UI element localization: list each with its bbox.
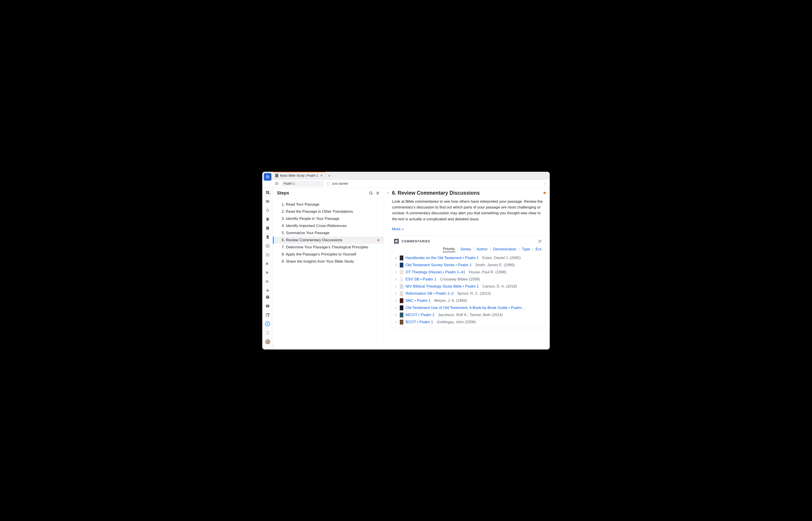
- sync-count-badge[interactable]: 3: [264, 320, 271, 327]
- commentaries-card: COMMENTARIES Priority|Series|Author|Deno…: [390, 235, 546, 328]
- commentary-row: ESV SB • Psalm 1Crossway Bibles (2008): [394, 276, 542, 283]
- dashboard-icon[interactable]: +: [264, 189, 271, 196]
- commentary-title-link[interactable]: NBC • Psalm 1: [405, 298, 431, 303]
- svg-rect-15: [267, 237, 268, 238]
- commentary-row: OT Theology (House) • Psalm 1–41House, P…: [394, 269, 542, 276]
- detail-description: Look at Bible commentaries to see how ot…: [384, 197, 550, 222]
- commentary-title-link[interactable]: Old Testament Survey Series • Psalm 1: [405, 263, 472, 267]
- commentary-title-link[interactable]: OT Theology (House) • Psalm 1–41: [405, 270, 465, 274]
- svg-point-22: [268, 254, 269, 255]
- more-vertical-icon[interactable]: ⋮: [264, 347, 271, 349]
- expand-chevron-icon[interactable]: [394, 278, 397, 281]
- sort-tab[interactable]: Priority: [442, 246, 455, 252]
- new-tab-button[interactable]: ＋: [326, 172, 333, 180]
- sort-tab[interactable]: Era: [535, 247, 542, 252]
- expand-chevron-icon[interactable]: [394, 264, 397, 266]
- step-item[interactable]: 6. Review Commentary Discussions: [273, 236, 384, 244]
- status-indicator[interactable]: Just started: [327, 182, 348, 185]
- book-thumbnail: [400, 263, 403, 268]
- expand-chevron-icon[interactable]: [394, 314, 397, 316]
- popout-icon[interactable]: [537, 239, 542, 244]
- search-icon[interactable]: [264, 207, 271, 213]
- book-thumbnail: [400, 313, 403, 317]
- expand-chevron-icon[interactable]: [394, 271, 397, 274]
- passage-input[interactable]: [281, 181, 324, 186]
- shortcut-b[interactable]: B›: [264, 260, 271, 267]
- step-item[interactable]: 9. Share the Insights from Your Bible St…: [273, 258, 384, 265]
- shortcut-n[interactable]: N›: [264, 269, 271, 276]
- commentary-meta: Goldingay, John (2006): [437, 320, 476, 324]
- checklist-icon[interactable]: [264, 225, 271, 231]
- commentary-meta: Motyer, J. A. (1994): [434, 298, 467, 303]
- panel-more-button[interactable]: ⋮: [541, 180, 548, 187]
- expand-chevron-icon[interactable]: [394, 285, 397, 288]
- disable-icon[interactable]: [264, 243, 271, 249]
- sort-tab[interactable]: Type: [522, 247, 531, 252]
- commentary-row: Old Testament Survey Series • Psalm 1Smi…: [394, 262, 542, 269]
- svg-point-18: [267, 253, 268, 254]
- step-item[interactable]: 1. Read Your Passage: [273, 201, 384, 208]
- book-thumbnail: [400, 270, 403, 275]
- favorites-icon[interactable]: [264, 287, 271, 294]
- book-thumbnail: [400, 320, 403, 324]
- library-icon[interactable]: [264, 198, 271, 205]
- help-icon[interactable]: ?: [264, 294, 271, 300]
- step-item[interactable]: 4. Identify Important Cross-References: [273, 222, 384, 229]
- user-avatar[interactable]: [264, 338, 271, 345]
- step-label: 4. Identify Important Cross-References: [282, 224, 380, 228]
- tab-strip: Basic Bible Study | Psalm 1 ✕ ＋: [262, 172, 550, 180]
- steps-search-button[interactable]: [368, 190, 374, 197]
- commentaries-list: Handbooks on the Old Testament • Psalm 1…: [394, 254, 542, 326]
- commentary-meta: Carson, D. A. (2018): [482, 284, 517, 289]
- commentary-title-link[interactable]: ESV SB • Psalm 1: [405, 277, 436, 281]
- step-status-dot: [377, 239, 379, 241]
- expand-chevron-icon[interactable]: [394, 256, 397, 259]
- expand-sidebar-button[interactable]: ›: [271, 344, 275, 348]
- svg-rect-1: [266, 191, 267, 193]
- step-label: 7. Determine Your Passage’s Theological …: [282, 245, 380, 249]
- status-label: Just started: [332, 182, 348, 185]
- step-item[interactable]: 3. Identify People in Your Passage: [273, 215, 384, 222]
- commentary-title-link[interactable]: NICOT • Psalm 1: [405, 313, 434, 317]
- close-panel-icon[interactable]: [264, 312, 271, 318]
- commentary-meta: Smith, James E. (1996): [475, 263, 515, 267]
- svg-rect-2: [268, 191, 269, 192]
- svg-text:?: ?: [267, 296, 268, 298]
- step-item[interactable]: 7. Determine Your Passage’s Theological …: [273, 244, 384, 251]
- expand-chevron-icon[interactable]: [394, 321, 397, 323]
- shortcut-o[interactable]: O›: [264, 278, 271, 285]
- steps-close-button[interactable]: [374, 190, 381, 197]
- commentary-title-link[interactable]: NIV Biblical Theology Study Bible • Psal…: [405, 284, 479, 289]
- sort-tab[interactable]: Series: [460, 247, 471, 252]
- commentary-meta: Estes, Daniel J. (2005): [482, 256, 521, 260]
- step-item[interactable]: 8. Apply the Passage’s Principles to You…: [273, 251, 384, 258]
- bible-icon[interactable]: [264, 216, 271, 223]
- step-item[interactable]: 2. Read the Passage in Other Translation…: [273, 208, 384, 215]
- tab-document[interactable]: Basic Bible Study | Psalm 1 ✕: [273, 172, 326, 180]
- commentary-meta: House, Paul R. (1998): [469, 270, 506, 274]
- step-item[interactable]: 5. Summarize Your Passage: [273, 229, 384, 236]
- tab-close-icon[interactable]: ✕: [320, 174, 323, 177]
- commentary-title-link[interactable]: Reformation SB • Psalm 1–2: [405, 291, 454, 296]
- commentary-title-link[interactable]: BCOT • Psalm 1: [405, 320, 433, 324]
- more-link[interactable]: More »: [392, 227, 550, 231]
- collapse-chevron-icon[interactable]: [385, 190, 390, 195]
- commentary-row: NICOT • Psalm 1Jacobson, Rolf A.; Tanner…: [394, 311, 542, 319]
- sync-icon[interactable]: [264, 330, 271, 336]
- app-logo[interactable]: [264, 173, 271, 181]
- expand-chevron-icon[interactable]: [394, 299, 397, 302]
- sort-tab[interactable]: Author: [476, 247, 488, 252]
- panel-menu-button[interactable]: [273, 180, 281, 187]
- layouts-icon[interactable]: [264, 303, 271, 310]
- detail-header: 6. Review Commentary Discussions: [384, 188, 550, 197]
- sort-tab[interactable]: Denomination: [493, 247, 517, 252]
- svg-point-20: [266, 254, 267, 255]
- expand-chevron-icon[interactable]: [394, 307, 397, 309]
- commentary-title-link[interactable]: Old Testament Use of Old Testament: A Bo…: [405, 305, 525, 310]
- expand-chevron-icon[interactable]: [394, 292, 397, 295]
- left-sidebar: +: [262, 188, 273, 349]
- commentary-title-link[interactable]: Handbooks on the Old Testament • Psalm 1: [405, 256, 479, 260]
- svg-point-24: [267, 255, 268, 256]
- apps-grid-icon[interactable]: [264, 251, 271, 258]
- document-icon[interactable]: [264, 234, 271, 240]
